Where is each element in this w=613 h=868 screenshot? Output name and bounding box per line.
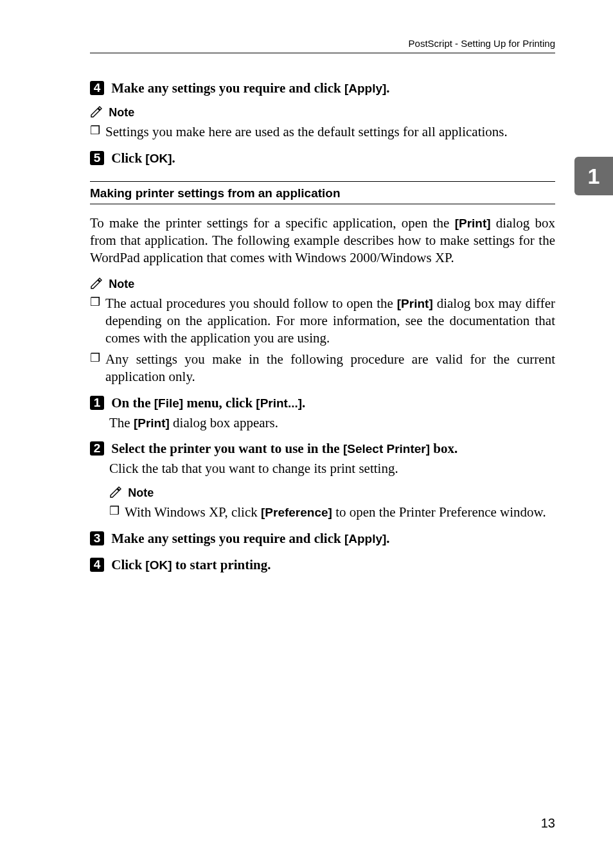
bullet-pre: The actual procedures you should follow …	[105, 296, 397, 311]
note-bullet: ❒ The actual procedures you should follo…	[90, 295, 555, 347]
step-number-icon: 2	[90, 441, 104, 456]
step-text-tail: .	[386, 80, 389, 96]
step-text-tail: .	[302, 395, 305, 411]
ui-label-preference: [Preference]	[261, 506, 332, 519]
ui-label-apply: [Apply]	[344, 82, 386, 95]
bullet-icon: ❒	[109, 504, 125, 521]
step-number-icon: 3	[90, 531, 104, 545]
step-1: 1 On the [File] menu, click [Print...].	[90, 394, 555, 412]
ui-label-apply: [Apply]	[344, 532, 386, 545]
bullet-icon: ❒	[90, 295, 105, 347]
step-text: Make any settings you require and click	[111, 80, 344, 96]
note-label: Note	[128, 486, 154, 499]
ui-label-print: [Print]	[397, 297, 433, 310]
bullet-pre: With Windows XP, click	[125, 504, 261, 520]
pencil-icon	[109, 485, 122, 502]
ui-label-select-printer: [Select Printer]	[343, 442, 430, 456]
para-text: To make the printer settings for a speci…	[90, 215, 455, 231]
section-intro-paragraph: To make the printer settings for a speci…	[90, 215, 555, 267]
ui-label-print: [Print]	[455, 217, 491, 230]
step-number-icon: 4	[90, 558, 104, 572]
step-result: The [Print] dialog box appears.	[109, 414, 555, 432]
note-bullet: ❒ Any settings you make in the following…	[90, 351, 555, 385]
step-number-icon: 5	[90, 151, 104, 165]
running-head: PostScript - Setting Up for Printing	[409, 37, 555, 49]
ui-label-ok: [OK]	[145, 558, 172, 572]
ui-label-ok: [OK]	[145, 152, 172, 165]
step-result: Click the tab that you want to change it…	[109, 460, 555, 477]
page: PostScript - Setting Up for Printing 1 4…	[0, 0, 613, 868]
ui-label-print: [Print]	[134, 416, 170, 430]
bullet-text: With Windows XP, click [Preference] to o…	[125, 504, 555, 521]
step-4b: 4 Click [OK] to start printing.	[90, 556, 555, 574]
pencil-icon	[90, 276, 103, 294]
step-text: Click	[111, 150, 145, 166]
chapter-tab: 1	[574, 157, 613, 195]
bullet-text: Settings you make here are used as the d…	[105, 123, 555, 141]
step-text: Select the printer you want to use in th…	[111, 441, 343, 456]
step-text: Make any settings you require and click	[111, 531, 344, 546]
pencil-icon	[90, 105, 103, 122]
step-text-tail: box.	[430, 441, 458, 456]
step-text-mid: menu, click	[183, 395, 256, 411]
step-text-tail: to start printing.	[172, 557, 271, 572]
ui-label-print-menu: [Print...]	[256, 396, 302, 410]
result-pre: The	[109, 415, 134, 430]
note-heading: Note	[90, 275, 555, 294]
section-heading: Making printer settings from an applicat…	[90, 181, 555, 204]
bullet-text: Any settings you make in the following p…	[105, 351, 555, 385]
step-text-tail: .	[386, 531, 389, 546]
step-text: Click	[111, 557, 145, 572]
step-3: 3 Make any settings you require and clic…	[90, 530, 555, 547]
note-bullet: ❒ With Windows XP, click [Preference] to…	[109, 504, 555, 521]
step-2: 2 Select the printer you want to use in …	[90, 440, 555, 457]
step-4: 4 Make any settings you require and clic…	[90, 80, 555, 97]
note-bullet: ❒ Settings you make here are used as the…	[90, 123, 555, 141]
note-label: Note	[109, 278, 134, 290]
ui-label-file: [File]	[154, 396, 183, 410]
step-text-tail: .	[172, 150, 175, 166]
bullet-icon: ❒	[90, 123, 105, 141]
step-number-icon: 4	[90, 81, 104, 95]
note-heading: Note	[90, 103, 555, 122]
note-label: Note	[109, 106, 134, 119]
step-number-icon: 1	[90, 396, 104, 410]
bullet-post: to open the Printer Preference window.	[332, 504, 546, 520]
step-5: 5 Click [OK].	[90, 150, 555, 167]
running-rule	[90, 53, 555, 53]
step-text: On the	[111, 395, 154, 411]
bullet-icon: ❒	[90, 351, 105, 385]
result-post: dialog box appears.	[170, 415, 278, 430]
note-heading: Note	[109, 484, 555, 502]
page-number: 13	[541, 815, 555, 832]
bullet-text: The actual procedures you should follow …	[105, 295, 555, 347]
